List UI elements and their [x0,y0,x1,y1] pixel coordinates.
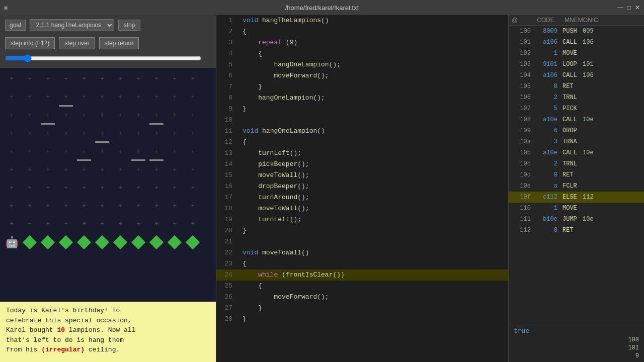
grid-cell: + [147,88,166,107]
code-editor: 1void hangTheLampions()2{3 repeat (9)4 {… [216,15,508,362]
speed-slider-row [0,53,216,68]
grid-cell [184,233,202,251]
grid-cell: + [147,143,166,161]
line-gutter [236,115,240,126]
grid-cell: + [93,88,111,107]
grid-cell: + [166,161,184,179]
close-button[interactable]: ✕ [635,4,640,11]
assembly-panel: @ CODE MNEMONIC 100 8009 PUSH 009 101 a1… [508,15,644,362]
line-number: 4 [216,48,236,59]
code-line: 4 { [216,48,508,59]
asm-mnemonic: FCLR [561,183,579,190]
asm-address: 10d [509,171,534,178]
grid-cell: + [111,215,129,233]
msg-line5: from his (irregular) ceiling. [6,346,120,353]
asm-opcode: b10e [534,216,561,223]
app-icon: ▣ [4,4,8,12]
grid-cell [147,233,166,251]
grid-dot: + [100,203,104,210]
asm-opcode: 1 [534,50,561,57]
asm-value-108: 108 [511,336,642,344]
grid-cell: + [93,125,111,143]
asm-address: 101 [509,39,534,46]
window-controls: — □ ✕ [617,4,640,11]
grid-cell: + [57,125,75,143]
grid-cell: + [147,107,166,125]
grid-cell: + [147,197,166,215]
asm-line: 111 b10e JUMP 10e [509,214,644,225]
asm-argument: 10e [577,149,594,156]
grid-cell: + [184,179,202,197]
grid-dot: + [64,203,67,210]
grid-cell [39,233,57,251]
grid-cell: + [111,161,129,179]
grid-cell: + [129,179,147,197]
asm-address: 10b [509,149,534,156]
stop-button[interactable]: stop [118,20,141,31]
grid-cell: + [3,107,21,125]
line-content: { [240,258,508,269]
maximize-button[interactable]: □ [627,4,631,11]
grid-dot: + [191,221,194,228]
grid-cell: + [39,88,57,107]
line-content: void hangTheLampions() [240,15,508,26]
line-number: 20 [216,225,236,236]
line-gutter [236,37,240,48]
line-gutter [236,214,240,225]
grid-cell: + [21,70,39,88]
goal-button[interactable]: goal [5,20,26,31]
asm-col-mnemonic: MNEMONIC [561,15,601,25]
asm-address: 10f [509,194,534,201]
step-over-button[interactable]: step over [59,37,95,49]
grid-cell: + [111,179,129,197]
line-number: 2 [216,26,236,37]
grid-cell: + [93,143,111,161]
grid-dot: + [154,76,158,83]
msg-line3: Karel bought 10 lampions. Now all [6,326,135,334]
grid-cell: + [93,107,111,125]
asm-mnemonic: RET [561,83,576,90]
step-into-button[interactable]: step into (F12) [5,37,55,49]
speed-slider[interactable] [5,54,201,62]
grid-cell: + [93,197,111,215]
grid-dot: + [173,112,176,119]
step-return-button[interactable]: step return [99,37,139,49]
beeper [186,235,200,249]
grid-cell: + [166,197,184,215]
grid-dot: + [82,130,86,137]
asm-mnemonic: JUMP 10e [561,216,594,223]
code-line: 20} [216,225,508,236]
grid-cell: + [39,179,57,197]
grid-cell: + [57,107,75,125]
grid-cell: + [57,161,75,179]
grid-dot: + [118,203,122,210]
code-line: 19 turnLeft(); [216,214,508,225]
grid-cell: + [166,88,184,107]
grid-cell: + [3,215,21,233]
grid-cell: + [184,215,202,233]
minimize-button[interactable]: — [617,4,623,11]
grid-dot: + [28,148,31,155]
beeper [168,235,182,249]
code-line: 5 hangOneLampion(); [216,59,508,70]
grid-cell: + [75,161,93,179]
robot-icon: 🤖 [5,236,19,249]
grid-cell: + [129,125,147,143]
grid-dot: + [46,112,49,119]
code-line: 24 while (frontIsClear()) [216,269,508,281]
grid-dot: + [64,76,67,83]
line-number: 13 [216,148,236,159]
code-line: 12{ [216,137,508,148]
grid-cell: 🤖 [3,233,21,251]
code-line: 17 turnAround(); [216,192,508,203]
line-number: 23 [216,258,236,269]
grid-cell: + [147,179,166,197]
asm-opcode: 2 [534,94,561,101]
asm-address: 103 [509,61,534,68]
grid-cell: + [93,215,111,233]
asm-opcode: a10e [534,116,561,123]
goal-dropdown[interactable]: 2.1.1 hangTheLampions [30,19,114,31]
grid-cell: + [75,215,93,233]
grid-cell: + [129,107,147,125]
asm-value-9: 9 [511,352,642,360]
